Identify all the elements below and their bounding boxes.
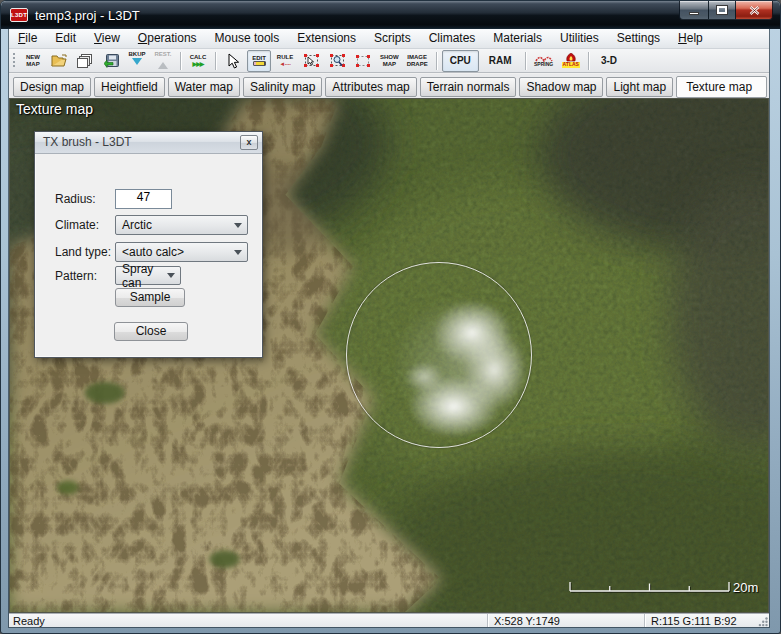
scale-bar <box>562 579 734 597</box>
pointer-tool-button[interactable] <box>221 50 245 72</box>
land-type-dropdown[interactable]: <auto calc> <box>115 242 248 262</box>
menu-extensions[interactable]: Extensions <box>288 29 365 48</box>
status-cursor-position: X:528 Y:1749 <box>487 614 644 627</box>
map-tab-bar: Design map Heightfield Water map Salinit… <box>9 74 769 99</box>
land-type-value: <auto calc> <box>122 245 184 259</box>
backup-button[interactable]: BKUP <box>125 50 149 72</box>
close-icon <box>749 6 760 15</box>
spring-button[interactable]: SPRING <box>531 50 557 72</box>
ruler-tool-button[interactable]: RULE◄···· <box>273 50 297 72</box>
menu-bar: File Edit View Operations Mouse tools Ex… <box>9 29 769 49</box>
tab-salinity-map[interactable]: Salinity map <box>243 77 322 97</box>
pattern-dropdown[interactable]: Spray can <box>115 266 181 285</box>
new-map-button[interactable]: NEW MAP <box>21 50 45 72</box>
toolbar-separator <box>588 52 589 70</box>
marquee-button[interactable] <box>351 50 375 72</box>
marquee-icon <box>355 54 371 68</box>
title-bar[interactable]: L3DT temp3.proj - L3DT <box>1 1 781 29</box>
tab-terrain-normals[interactable]: Terrain normals <box>420 77 517 97</box>
resize-grip[interactable] <box>757 614 769 627</box>
menu-operations[interactable]: Operations <box>129 29 206 48</box>
atlas-button[interactable]: ATLAS <box>559 50 583 72</box>
dialog-title-bar[interactable]: TX brush - L3DT x <box>35 132 262 154</box>
menu-mouse-tools[interactable]: Mouse tools <box>206 29 289 48</box>
save-disk-icon <box>104 54 119 68</box>
tab-texture-map[interactable]: Texture map <box>676 76 767 98</box>
show-map-button[interactable]: SHOW MAP <box>377 50 402 72</box>
pattern-value: Spray can <box>122 262 167 290</box>
dialog-close-button[interactable]: x <box>240 135 258 150</box>
toolbar-grip[interactable] <box>13 53 15 69</box>
zoom-region-button[interactable] <box>325 50 349 72</box>
restore-button[interactable]: REST. <box>151 50 175 72</box>
tx-brush-dialog: TX brush - L3DT x Radius: 47 Climate: Ar… <box>34 131 263 358</box>
minimize-button[interactable] <box>679 1 708 20</box>
maximize-button[interactable] <box>708 1 736 20</box>
zoom-region-icon <box>329 53 346 68</box>
stacked-maps-icon <box>77 54 93 68</box>
rule-arrow-icon: ◄···· <box>279 61 290 68</box>
menu-edit[interactable]: Edit <box>46 29 85 48</box>
image-drape-button[interactable]: IMAGE DRAPE <box>404 50 431 72</box>
app-window: L3DT temp3.proj - L3DT File Edit View Op… <box>0 0 781 634</box>
dialog-title: TX brush - L3DT <box>43 135 132 149</box>
edit-tool-button[interactable]: EDIT <box>247 50 271 72</box>
menu-climates[interactable]: Climates <box>420 29 485 48</box>
pencil-icon <box>253 61 266 66</box>
toolbar-separator <box>180 52 181 70</box>
menu-scripts[interactable]: Scripts <box>365 29 420 48</box>
snow-paint-patch <box>347 263 531 447</box>
status-bar: Ready X:528 Y:1749 R:115 G:111 B:92 <box>9 613 769 627</box>
climate-dropdown[interactable]: Arctic <box>115 215 248 235</box>
pattern-label: Pattern: <box>55 269 97 283</box>
open-project-button[interactable] <box>47 50 71 72</box>
cursor-arrow-icon <box>226 53 240 69</box>
menu-help[interactable]: Help <box>669 29 712 48</box>
calc-button[interactable]: CALC▶▶▶ <box>186 50 210 72</box>
cpu-mode-button[interactable]: CPU <box>442 50 479 72</box>
app-icon: L3DT <box>10 8 28 22</box>
tab-heightfield[interactable]: Heightfield <box>94 77 165 97</box>
tab-attributes-map[interactable]: Attributes map <box>325 77 416 97</box>
menu-view[interactable]: View <box>85 29 129 48</box>
tab-light-map[interactable]: Light map <box>606 77 673 97</box>
select-region-icon <box>303 53 320 68</box>
save-button[interactable] <box>99 50 123 72</box>
climate-label: Climate: <box>55 218 99 232</box>
land-type-label: Land type: <box>55 245 111 259</box>
status-message: Ready <box>9 615 487 627</box>
close-button[interactable] <box>736 1 773 20</box>
toolbar-separator <box>215 52 216 70</box>
status-pixel-color: R:115 G:111 B:92 <box>644 614 757 627</box>
menu-utilities[interactable]: Utilities <box>551 29 608 48</box>
menu-settings[interactable]: Settings <box>608 29 669 48</box>
ram-mode-button[interactable]: RAM <box>481 50 520 72</box>
minimize-icon <box>689 12 699 15</box>
brush-cursor-circle <box>346 262 532 448</box>
dialog-close-action-button[interactable]: Close <box>114 322 188 341</box>
sample-button[interactable]: Sample <box>115 288 185 307</box>
climate-value: Arctic <box>122 218 152 232</box>
chevron-down-icon <box>234 250 242 259</box>
select-region-button[interactable] <box>299 50 323 72</box>
tab-shadow-map[interactable]: Shadow map <box>519 77 603 97</box>
save-all-button[interactable] <box>73 50 97 72</box>
toolbar-separator <box>525 52 526 70</box>
scale-label: 20m <box>733 580 758 595</box>
resize-grip-icon <box>758 616 769 627</box>
restore-arrow-icon <box>158 57 168 69</box>
toolbar-separator <box>436 52 437 70</box>
chevron-down-icon <box>167 273 175 282</box>
menu-materials[interactable]: Materials <box>484 29 551 48</box>
menu-file[interactable]: File <box>9 29 46 48</box>
map-overlay-title: Texture map <box>16 101 93 117</box>
radius-input[interactable]: 47 <box>115 189 172 209</box>
three-d-view-button[interactable]: 3-D <box>594 50 624 72</box>
tab-water-map[interactable]: Water map <box>168 77 240 97</box>
toolbar: NEW MAP BKUP REST. CALC▶▶▶ EDIT RULE◄···… <box>9 49 769 73</box>
radius-label: Radius: <box>55 192 96 206</box>
calc-play-icon: ▶▶▶ <box>193 61 204 68</box>
tab-design-map[interactable]: Design map <box>13 77 91 97</box>
window-title: temp3.proj - L3DT <box>35 8 140 23</box>
backup-arrow-icon <box>132 58 142 70</box>
